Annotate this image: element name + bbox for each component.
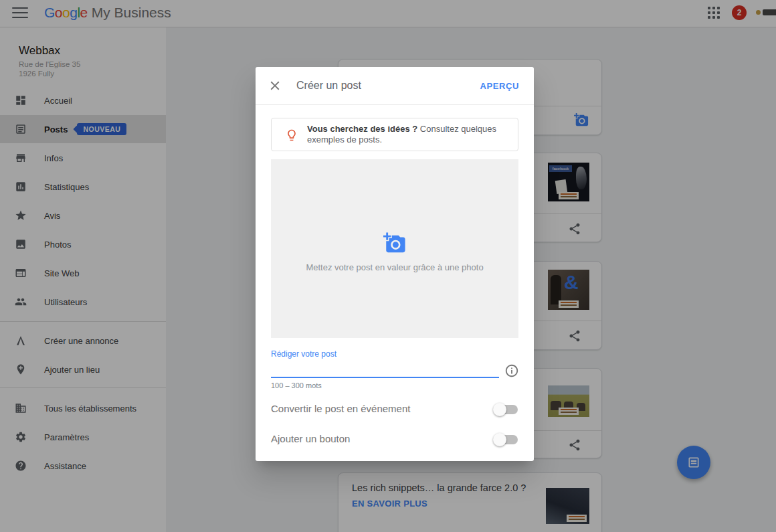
word-count-hint: 100 – 300 mots — [271, 381, 322, 389]
toggle-knob — [493, 433, 506, 446]
add-photo-icon — [382, 245, 407, 256]
close-icon[interactable] — [268, 78, 282, 93]
post-ideas-banner[interactable]: Vous cherchez des idées ? Consultez quel… — [271, 118, 518, 151]
convert-to-event-toggle[interactable] — [495, 405, 518, 414]
preview-button[interactable]: APERÇU — [480, 81, 520, 91]
lightbulb-icon — [285, 128, 298, 143]
add-button-label: Ajouter un bouton — [271, 433, 350, 444]
create-post-dialog: Créer un post APERÇU Vous cherchez des i… — [256, 67, 534, 461]
post-text-label: Rédiger votre post — [271, 349, 336, 359]
photo-prompt-text: Mettez votre post en valeur grâce à une … — [271, 262, 518, 272]
convert-to-event-label: Convertir le post en événement — [271, 403, 410, 414]
post-ideas-text: Vous cherchez des idées ? Consultez quel… — [307, 124, 511, 145]
photo-upload-area[interactable]: Mettez votre post en valeur grâce à une … — [271, 159, 518, 338]
toggle-knob — [493, 403, 506, 416]
dialog-title: Créer un post — [296, 80, 361, 92]
post-ideas-text-bold: Vous cherchez des idées ? — [307, 124, 417, 134]
info-icon[interactable] — [504, 363, 519, 378]
post-text-input[interactable] — [271, 365, 499, 378]
dialog-header-divider — [256, 104, 534, 105]
add-button-toggle[interactable] — [495, 435, 518, 444]
